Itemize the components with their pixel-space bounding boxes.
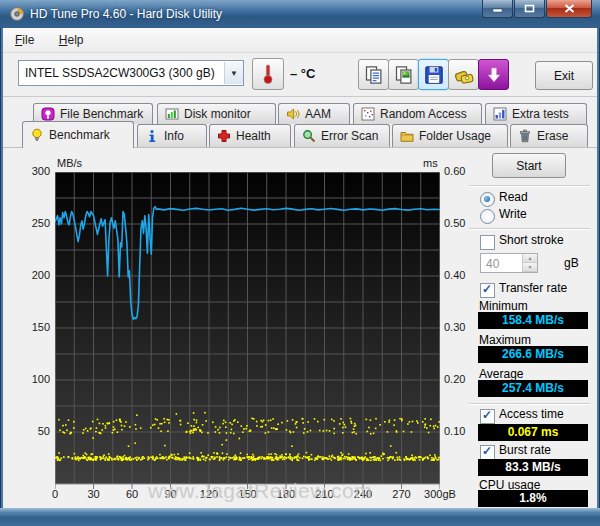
access-time-label: Access time bbox=[499, 407, 564, 421]
folder-usage-icon bbox=[400, 129, 414, 143]
tab-random-access[interactable]: Random Access bbox=[353, 103, 482, 124]
tab-label: Random Access bbox=[380, 107, 467, 121]
tab-label: Error Scan bbox=[321, 129, 378, 143]
health-icon bbox=[217, 129, 231, 143]
watermark: www.JagatReview.com bbox=[148, 479, 372, 503]
thermometer-icon bbox=[261, 63, 275, 85]
start-button[interactable]: Start bbox=[492, 153, 566, 178]
tab-health[interactable]: Health bbox=[209, 124, 291, 147]
minimum-value: 158.4 MB/s bbox=[478, 312, 588, 329]
menu-bar: File Help bbox=[3, 28, 597, 53]
error-scan-icon bbox=[302, 129, 316, 143]
drive-select-value: INTEL SSDSA2CW300G3 (300 gB) bbox=[19, 66, 224, 80]
tab-aam[interactable]: AAM bbox=[278, 103, 350, 124]
disk-monitor-icon bbox=[165, 107, 179, 121]
start-label: Start bbox=[516, 159, 541, 173]
access-time-value: 0.067 ms bbox=[478, 424, 588, 441]
random-access-icon bbox=[361, 107, 375, 121]
minimum-label: Minimum bbox=[479, 299, 528, 313]
average-label: Average bbox=[479, 367, 523, 381]
copy-image-icon bbox=[394, 65, 414, 85]
app-icon bbox=[9, 6, 25, 22]
panel-separator bbox=[469, 185, 590, 186]
tab-folder-usage[interactable]: Folder Usage bbox=[392, 124, 508, 147]
capture-icon bbox=[454, 65, 474, 85]
spinner-down-icon[interactable]: ▼ bbox=[523, 263, 537, 272]
title-bar[interactable]: HD Tune Pro 4.60 - Hard Disk Utility bbox=[0, 0, 600, 28]
tab-label: Folder Usage bbox=[419, 129, 491, 143]
maximum-value: 266.6 MB/s bbox=[478, 346, 588, 363]
access-time-checkbox[interactable] bbox=[480, 409, 495, 424]
burst-rate-checkbox[interactable] bbox=[480, 445, 495, 460]
right-axis-title: ms bbox=[423, 157, 438, 169]
cpu-usage-value: 1.8% bbox=[478, 490, 588, 507]
exit-button[interactable]: Exit bbox=[535, 61, 593, 90]
maximum-label: Maximum bbox=[479, 333, 531, 347]
minimize-icon bbox=[492, 4, 503, 13]
axis-tick-label: 150 bbox=[16, 321, 50, 333]
axis-tick-label: 0.30 bbox=[444, 321, 480, 333]
burst-rate-value: 83.3 MB/s bbox=[478, 459, 588, 476]
copy-text-button[interactable] bbox=[358, 59, 389, 90]
tab-label: Disk monitor bbox=[184, 107, 251, 121]
axis-tick-label: 50 bbox=[16, 425, 50, 437]
tab-label: Info bbox=[164, 129, 184, 143]
read-label: Read bbox=[499, 190, 528, 204]
tab-info[interactable]: Info bbox=[137, 124, 207, 147]
axis-tick-label: 300 bbox=[16, 165, 50, 177]
short-stroke-checkbox[interactable] bbox=[480, 235, 495, 250]
close-icon bbox=[564, 4, 575, 13]
maximize-button[interactable] bbox=[514, 0, 545, 18]
download-arrow-icon bbox=[485, 66, 503, 84]
axis-tick-label: 100 bbox=[16, 373, 50, 385]
axis-tick-label: 0.60 bbox=[444, 165, 480, 177]
burst-rate-label: Burst rate bbox=[499, 443, 551, 457]
capacity-spinner[interactable]: 40 ▲ ▼ bbox=[480, 253, 538, 273]
close-button[interactable] bbox=[546, 0, 592, 18]
menu-help[interactable]: Help bbox=[51, 28, 92, 51]
copy-icon bbox=[364, 65, 384, 85]
spinner-up-icon[interactable]: ▲ bbox=[523, 254, 537, 263]
short-stroke-label: Short stroke bbox=[499, 233, 564, 247]
temperature-value: – °C bbox=[290, 66, 315, 81]
copy-image-button[interactable] bbox=[388, 59, 419, 90]
download-button[interactable] bbox=[478, 59, 509, 90]
tab-benchmark[interactable]: Benchmark bbox=[22, 121, 134, 148]
tab-erase[interactable]: Erase bbox=[510, 124, 588, 147]
tab-error-scan[interactable]: Error Scan bbox=[294, 124, 390, 147]
file-benchmark-icon bbox=[41, 107, 55, 121]
axis-tick-label: 0.40 bbox=[444, 269, 480, 281]
benchmark-icon bbox=[30, 128, 44, 142]
axis-tick-label: 0.20 bbox=[444, 373, 480, 385]
drive-select[interactable]: INTEL SSDSA2CW300G3 (300 gB) ▼ bbox=[18, 60, 244, 86]
transfer-rate-checkbox[interactable] bbox=[480, 283, 495, 298]
window-bottom-border bbox=[0, 508, 600, 526]
erase-icon bbox=[518, 129, 532, 143]
write-label: Write bbox=[499, 207, 527, 221]
chevron-down-icon[interactable]: ▼ bbox=[224, 62, 243, 84]
tab-label: AAM bbox=[305, 107, 331, 121]
left-axis-title: MB/s bbox=[57, 157, 82, 169]
tab-disk-monitor[interactable]: Disk monitor bbox=[157, 103, 276, 124]
capacity-value: 40 bbox=[486, 257, 499, 271]
window-title: HD Tune Pro 4.60 - Hard Disk Utility bbox=[30, 7, 222, 21]
axis-tick-label: 0.50 bbox=[444, 217, 480, 229]
hd-tune-window: HD Tune Pro 4.60 - Hard Disk Utility Fil… bbox=[0, 0, 600, 526]
axis-tick-label: 200 bbox=[16, 269, 50, 281]
panel-separator bbox=[469, 403, 590, 404]
aam-icon bbox=[286, 107, 300, 121]
minimize-button[interactable] bbox=[482, 0, 513, 18]
read-radio[interactable] bbox=[480, 192, 495, 207]
menu-file[interactable]: File bbox=[7, 28, 42, 51]
axis-tick-label: 250 bbox=[16, 217, 50, 229]
tab-extra-tests[interactable]: Extra tests bbox=[485, 103, 587, 124]
temperature-button[interactable] bbox=[252, 58, 284, 90]
exit-label: Exit bbox=[554, 69, 574, 83]
capture-button[interactable] bbox=[448, 59, 479, 90]
save-button[interactable] bbox=[418, 59, 449, 90]
tab-label: Erase bbox=[537, 129, 568, 143]
capacity-unit: gB bbox=[564, 256, 579, 270]
toolbar-divider bbox=[3, 96, 597, 97]
write-radio[interactable] bbox=[480, 209, 495, 224]
transfer-rate-label: Transfer rate bbox=[499, 281, 567, 295]
